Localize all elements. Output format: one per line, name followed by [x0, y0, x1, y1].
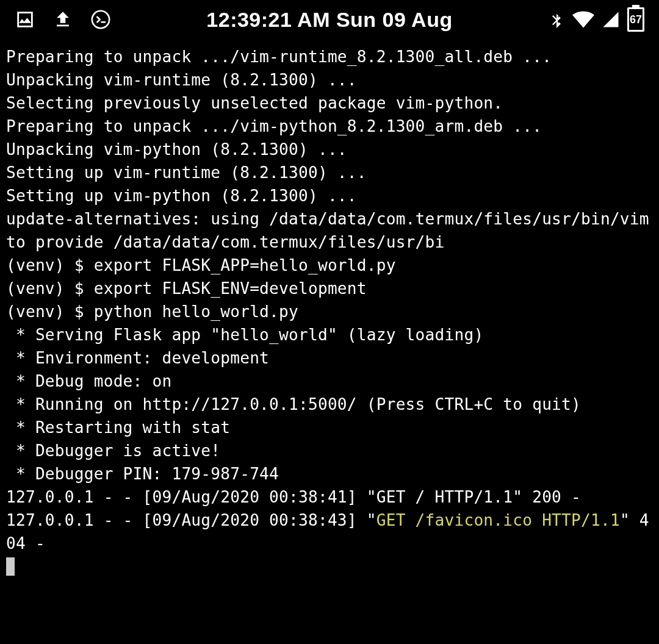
svg-point-0	[92, 11, 109, 28]
terminal-line: * Environment: development	[6, 349, 269, 367]
battery-percentage: 67	[630, 13, 642, 26]
image-icon	[15, 9, 35, 30]
terminal-line: Preparing to unpack .../vim-python_8.2.1…	[6, 117, 542, 135]
terminal-line: update-alternatives: using /data/data/co…	[6, 210, 659, 251]
terminal-line: * Restarting with stat	[6, 418, 230, 437]
log-404-request: GET /favicon.ico HTTP/1.1	[376, 511, 620, 529]
terminal-output[interactable]: Preparing to unpack .../vim-runtime_8.2.…	[0, 39, 659, 578]
terminal-line: (venv) $ export FLASK_ENV=development	[6, 279, 367, 298]
terminal-line: * Debugger PIN: 179-987-744	[6, 465, 279, 483]
terminal-line: (venv) $ export FLASK_APP=hello_world.py	[6, 256, 396, 274]
bluetooth-icon	[548, 9, 565, 30]
terminal-line: (venv) $ python hello_world.py	[6, 302, 298, 321]
status-clock: 12:39:21 AM Sun 09 Aug	[206, 8, 452, 32]
terminal-line: Unpacking vim-python (8.2.1300) ...	[6, 140, 347, 159]
battery-icon: 67	[627, 7, 644, 32]
upload-icon	[52, 7, 73, 32]
terminal-cursor	[6, 557, 15, 576]
wifi-icon	[572, 10, 594, 29]
terminal-icon	[90, 9, 111, 30]
terminal-line: * Debug mode: on	[6, 372, 171, 390]
log-prefix: 127.0.0.1 - - [09/Aug/2020 00:38:43] "	[6, 511, 376, 529]
status-right-icons: 67	[548, 7, 644, 32]
terminal-line: * Serving Flask app "hello_world" (lazy …	[6, 326, 483, 344]
terminal-line: 127.0.0.1 - - [09/Aug/2020 00:38:41] "GE…	[6, 488, 581, 506]
status-left-icons	[15, 7, 111, 32]
terminal-line: Setting up vim-python (8.2.1300) ...	[6, 187, 357, 205]
terminal-line: * Debugger is active!	[6, 442, 220, 460]
terminal-line: Preparing to unpack .../vim-runtime_8.2.…	[6, 48, 552, 66]
terminal-line: 127.0.0.1 - - [09/Aug/2020 00:38:43] "GE…	[6, 511, 649, 553]
terminal-line: Setting up vim-runtime (8.2.1300) ...	[6, 163, 367, 182]
signal-icon	[602, 10, 620, 29]
terminal-line: Unpacking vim-runtime (8.2.1300) ...	[6, 71, 357, 89]
terminal-line: * Running on http://127.0.0.1:5000/ (Pre…	[6, 395, 581, 413]
status-bar: 12:39:21 AM Sun 09 Aug 67	[0, 0, 659, 39]
terminal-line: Selecting previously unselected package …	[6, 94, 503, 112]
